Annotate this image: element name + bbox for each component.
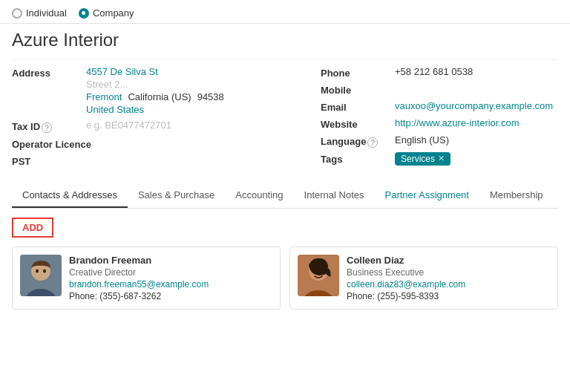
operator-label: Operator Licence <box>12 137 91 150</box>
tab-mxedi[interactable]: MX EDI <box>554 183 559 208</box>
contact-info-brandon: Brandon Freeman Creative Director brando… <box>69 255 209 301</box>
left-column: Address 4557 De Silva St Street 2... Fre… <box>12 66 306 172</box>
tab-accounting[interactable]: Accounting <box>225 183 293 208</box>
pst-label: PST <box>12 154 86 167</box>
contact-title-brandon: Creative Director <box>69 267 209 278</box>
radio-individual-circle <box>12 8 22 19</box>
email-field: Email vauxoo@yourcompany.example.com <box>321 100 558 113</box>
right-column: Phone +58 212 681 0538 Mobile Email vaux… <box>321 66 558 172</box>
radio-individual-label: Individual <box>26 7 67 19</box>
contact-card-colleen: Colleen Diaz Business Executive colleen.… <box>289 246 558 310</box>
title-divider <box>12 59 558 60</box>
svg-point-3 <box>36 269 39 272</box>
contact-phone-brandon: Phone: (355)-687-3262 <box>69 291 209 301</box>
city-line: Fremont California (US) 94538 <box>86 91 224 102</box>
mobile-field: Mobile <box>321 83 558 96</box>
address-value: 4557 De Silva St Street 2... Fremont Cal… <box>86 66 224 115</box>
pst-field: PST <box>12 154 306 167</box>
add-button[interactable]: ADD <box>12 218 53 238</box>
contact-email-colleen[interactable]: colleen.diaz83@example.com <box>347 279 465 290</box>
contacts-section: ADD Brandon Freeman C <box>0 209 570 318</box>
svg-point-4 <box>43 269 46 272</box>
contact-name-brandon: Brandon Freeman <box>69 255 209 266</box>
taxid-help-icon[interactable]: ? <box>42 122 52 133</box>
tab-sales[interactable]: Sales & Purchase <box>128 183 225 208</box>
tab-contacts[interactable]: Contacts & Addresses <box>12 183 128 208</box>
tabs-bar: Contacts & Addresses Sales & Purchase Ac… <box>12 183 558 209</box>
street1[interactable]: 4557 De Silva St <box>86 66 224 77</box>
tag-services: Services ✕ <box>395 152 451 166</box>
operator-field: Operator Licence <box>12 137 306 150</box>
state: California (US) <box>128 91 191 102</box>
tag-close-icon[interactable]: ✕ <box>438 154 445 163</box>
radio-company-label: Company <box>93 7 134 19</box>
mobile-label: Mobile <box>321 83 395 96</box>
tab-notes[interactable]: Internal Notes <box>294 183 375 208</box>
email-label: Email <box>321 100 395 113</box>
svg-point-8 <box>313 270 316 273</box>
phone-value: +58 212 681 0538 <box>395 66 473 77</box>
taxid-label: Tax ID? <box>12 120 86 133</box>
contacts-grid: Brandon Freeman Creative Director brando… <box>12 246 558 310</box>
contact-title-colleen: Business Executive <box>347 267 465 278</box>
radio-individual[interactable]: Individual <box>12 7 67 19</box>
website-field: Website http://www.azure-interior.com <box>321 117 558 130</box>
avatar-brandon <box>20 255 62 296</box>
contact-info-colleen: Colleen Diaz Business Executive colleen.… <box>347 255 465 301</box>
main-content: Address 4557 De Silva St Street 2... Fre… <box>0 66 570 172</box>
country[interactable]: United States <box>86 104 224 115</box>
tags-label: Tags <box>321 152 395 165</box>
svg-point-9 <box>321 270 324 273</box>
website-label: Website <box>321 117 395 130</box>
language-help-icon[interactable]: ? <box>367 137 378 148</box>
contact-phone-colleen: Phone: (255)-595-8393 <box>347 291 465 301</box>
contact-name-colleen: Colleen Diaz <box>347 255 465 266</box>
zip: 94538 <box>197 91 224 102</box>
website-value[interactable]: http://www.azure-interior.com <box>395 117 520 128</box>
tags-field: Tags Services ✕ <box>321 152 558 166</box>
radio-group: Individual Company <box>12 7 134 19</box>
tag-label: Services <box>401 154 435 164</box>
contact-card-brandon: Brandon Freeman Creative Director brando… <box>12 246 281 310</box>
page-title: Azure Interior <box>0 24 570 59</box>
language-label: Language? <box>321 134 395 148</box>
type-selector: Individual Company <box>0 0 570 24</box>
radio-company-circle <box>79 8 89 19</box>
radio-company[interactable]: Company <box>79 7 134 19</box>
phone-label: Phone <box>321 66 395 79</box>
language-value: English (US) <box>395 134 449 146</box>
phone-field: Phone +58 212 681 0538 <box>321 66 558 79</box>
city[interactable]: Fremont <box>86 91 122 102</box>
tab-membership[interactable]: Membership <box>479 183 554 208</box>
address-field: Address 4557 De Silva St Street 2... Fre… <box>12 66 306 115</box>
street2[interactable]: Street 2... <box>86 79 224 90</box>
tab-partner[interactable]: Partner Assignment <box>375 183 479 208</box>
contact-email-brandon[interactable]: brandon.freeman55@example.com <box>69 279 209 290</box>
avatar-colleen <box>298 255 339 296</box>
taxid-field: Tax ID? e.g. BE0477472701 <box>12 120 306 133</box>
language-field: Language? English (US) <box>321 134 558 148</box>
taxid-value[interactable]: e.g. BE0477472701 <box>86 120 171 131</box>
email-value[interactable]: vauxoo@yourcompany.example.com <box>395 100 553 111</box>
address-label: Address <box>12 66 86 79</box>
